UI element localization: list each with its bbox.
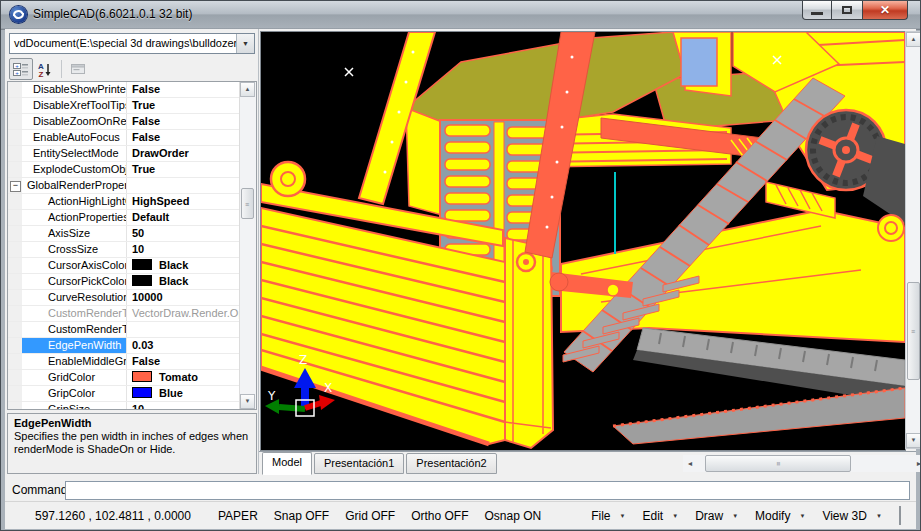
minimize-button[interactable] (802, 1, 832, 20)
property-row[interactable]: − ActionProperties Default (8, 210, 240, 226)
property-row[interactable]: − GripColor Blue (8, 386, 240, 402)
property-value[interactable]: 10 (127, 402, 240, 410)
property-value[interactable]: 10 (127, 242, 240, 257)
property-row[interactable]: − DisableZoomOnResiz False (8, 114, 240, 130)
command-input[interactable] (65, 481, 910, 500)
property-value[interactable]: VectorDraw.Render.Op (127, 306, 240, 321)
property-name[interactable]: EntitySelectMode (22, 146, 127, 161)
property-name[interactable]: GridColor (22, 370, 127, 385)
property-name[interactable]: GlobalRenderProper (22, 178, 127, 193)
status-toggle[interactable]: Osnap ON (485, 509, 542, 523)
property-value[interactable]: False (127, 82, 240, 97)
property-name[interactable]: EnableAutoFocus (22, 130, 127, 145)
property-value[interactable]: 50 (127, 226, 240, 241)
maximize-button[interactable] (832, 1, 862, 20)
property-name[interactable]: CursorPickColor (22, 274, 127, 289)
property-value[interactable]: True (127, 162, 240, 177)
status-toggle[interactable]: Snap OFF (274, 509, 329, 523)
viewport-horizontal-scrollbar[interactable]: ◄ ≡ ► (683, 455, 921, 472)
property-pages-button[interactable] (66, 58, 90, 80)
property-row[interactable]: − ExplodeCustomObje True (8, 162, 240, 178)
status-menu[interactable]: Draw▼ (695, 509, 738, 523)
scrollbar-thumb[interactable]: ≡ (705, 455, 851, 472)
property-value[interactable]: HighSpeed (127, 194, 240, 209)
property-row[interactable]: − CustomRenderTy (8, 322, 240, 338)
property-value[interactable]: False (127, 130, 240, 145)
property-row[interactable]: − ActionHighLightQ HighSpeed (8, 194, 240, 210)
property-row[interactable]: − CursorPickColor Black (8, 274, 240, 290)
status-toggle[interactable]: PAPER (218, 509, 258, 523)
property-row[interactable]: − GridColor Tomato (8, 370, 240, 386)
property-name[interactable]: ActionProperties (22, 210, 127, 225)
viewport-vertical-scrollbar[interactable]: ▲ ≡ ▼ (905, 31, 921, 449)
property-name[interactable]: AxisSize (22, 226, 127, 241)
property-value[interactable]: Blue (127, 386, 240, 401)
property-value[interactable]: Tomato (127, 370, 240, 385)
property-row[interactable]: − DisableXrefToolTips True (8, 98, 240, 114)
property-row[interactable]: − GripSize 10 (8, 402, 240, 410)
drawing-viewport[interactable]: Z X Y (260, 31, 906, 451)
layout-tab[interactable]: Presentación2 (406, 453, 496, 474)
scroll-down-icon[interactable]: ▼ (906, 433, 921, 448)
property-grid-scrollbar[interactable]: ▲ ≡ ▼ (239, 82, 256, 409)
property-row[interactable]: − CustomRenderTy VectorDraw.Render.Op (8, 306, 240, 322)
scroll-up-icon[interactable]: ▲ (240, 82, 255, 97)
property-value[interactable]: Black (127, 274, 240, 289)
property-name[interactable]: CrossSize (22, 242, 127, 257)
property-row[interactable]: − CursorAxisColor Black (8, 258, 240, 274)
status-toggle[interactable]: Grid OFF (345, 509, 395, 523)
status-menu[interactable]: View 3D▼ (822, 509, 881, 523)
property-name[interactable]: EnableMiddleGripl (22, 354, 127, 369)
property-name[interactable]: DisableShowPrinterP (22, 82, 127, 97)
property-value[interactable]: False (127, 354, 240, 369)
property-name[interactable]: GripSize (22, 402, 127, 410)
scroll-up-icon[interactable]: ▲ (906, 32, 921, 47)
property-row[interactable]: − EnableAutoFocus False (8, 130, 240, 146)
property-name[interactable]: CustomRenderTy (22, 322, 127, 337)
property-row[interactable]: − CurveResolution 10000 (8, 290, 240, 306)
layout-tab[interactable]: Presentación1 (314, 453, 404, 474)
status-menu[interactable]: Edit▼ (643, 509, 679, 523)
title-bar[interactable]: SimpleCAD(6.6021.0.1 32 bit) ✕ (1, 1, 920, 30)
document-selector[interactable]: vdDocument(E:\special 3d drawings\bulldo… (9, 33, 255, 54)
scrollbar-thumb[interactable]: ≡ (241, 188, 254, 219)
property-row[interactable]: − EntitySelectMode DrawOrder (8, 146, 240, 162)
property-row[interactable]: − EnableMiddleGripl False (8, 354, 240, 370)
status-menu[interactable]: Modify▼ (755, 509, 805, 523)
categorized-view-button[interactable]: + + (9, 58, 33, 80)
property-row[interactable]: − AxisSize 50 (8, 226, 240, 242)
property-name[interactable]: EdgePenWidth (22, 338, 127, 353)
property-name[interactable]: GripColor (22, 386, 127, 401)
property-name[interactable]: CurveResolution (22, 290, 127, 305)
close-button[interactable]: ✕ (862, 1, 908, 20)
property-row[interactable]: − GlobalRenderProper (8, 178, 240, 194)
property-value[interactable] (127, 322, 240, 337)
scroll-left-icon[interactable]: ◄ (683, 455, 697, 472)
property-name[interactable]: ExplodeCustomObje (22, 162, 127, 177)
property-row[interactable]: − DisableShowPrinterP False (8, 82, 240, 98)
scroll-right-icon[interactable]: ► (912, 455, 921, 472)
property-name[interactable]: CursorAxisColor (22, 258, 127, 273)
property-name[interactable]: ActionHighLightQ (22, 194, 127, 209)
status-menu[interactable]: File▼ (591, 509, 625, 523)
property-name[interactable]: DisableXrefToolTips (22, 98, 127, 113)
property-value[interactable]: Default (127, 210, 240, 225)
scrollbar-thumb[interactable]: ≡ (907, 282, 920, 380)
chevron-down-icon[interactable]: ▼ (236, 34, 254, 53)
scroll-down-icon[interactable]: ▼ (240, 394, 255, 409)
property-value[interactable]: False (127, 114, 240, 129)
collapse-icon[interactable]: − (10, 181, 21, 192)
property-row[interactable]: − CrossSize 10 (8, 242, 240, 258)
property-value[interactable]: Black (127, 258, 240, 273)
sort-alphabetical-button[interactable]: A Z (33, 58, 57, 80)
status-toggle[interactable]: Ortho OFF (411, 509, 468, 523)
property-value[interactable]: True (127, 98, 240, 113)
layout-tab[interactable]: Model (262, 452, 312, 475)
property-value[interactable]: 0.03 (127, 338, 240, 353)
property-value[interactable] (127, 178, 240, 193)
property-row[interactable]: − EdgePenWidth 0.03 (8, 338, 240, 354)
property-value[interactable]: 10000 (127, 290, 240, 305)
property-name[interactable]: DisableZoomOnResiz (22, 114, 127, 129)
property-value[interactable]: DrawOrder (127, 146, 240, 161)
property-name[interactable]: CustomRenderTy (22, 306, 127, 321)
